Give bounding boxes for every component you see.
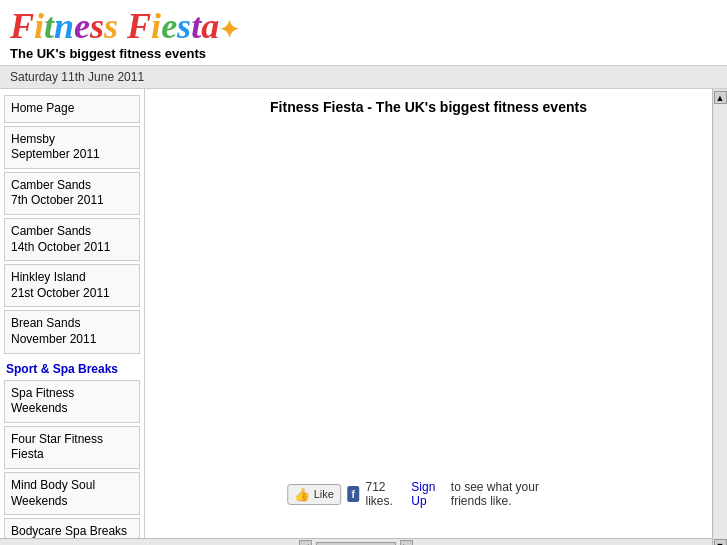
nav-item-home[interactable]: Home Page — [4, 95, 140, 123]
sport-spa-section-heading: Sport & Spa Breaks — [6, 362, 140, 376]
scroll-track-v[interactable] — [714, 104, 727, 539]
nav-item-bodycare[interactable]: Bodycare Spa Breaks — [4, 518, 140, 538]
nav-item-hemsby[interactable]: HemsbySeptember 2011 — [4, 126, 140, 169]
logo: Fitness Fiesta✦ — [10, 8, 717, 44]
facebook-like-button[interactable]: 👍 Like — [287, 484, 341, 505]
nav-item-hinkley[interactable]: Hinkley Island21st October 2011 — [4, 264, 140, 307]
nav-item-four-star[interactable]: Four Star Fitness Fiesta — [4, 426, 140, 469]
tagline: The UK's biggest fitness events — [10, 46, 717, 61]
facebook-icon: f — [347, 486, 360, 502]
sidebar: Home Page HemsbySeptember 2011 Camber Sa… — [0, 89, 145, 538]
date-text: Saturday 11th June 2011 — [10, 70, 144, 84]
content-title: Fitness Fiesta - The UK's biggest fitnes… — [160, 99, 697, 115]
horizontal-scrollbar[interactable]: ◀ ▶ — [0, 538, 712, 545]
scroll-track-h[interactable] — [316, 542, 396, 546]
vertical-scrollbar[interactable]: ▲ ▼ — [712, 89, 727, 545]
thumbs-up-icon: 👍 — [294, 487, 310, 502]
nav-item-spa-fitness[interactable]: Spa Fitness Weekends — [4, 380, 140, 423]
scroll-down-button[interactable]: ▼ — [714, 539, 727, 545]
scroll-right-button[interactable]: ▶ — [400, 540, 413, 545]
facebook-bar: 👍 Like f 712 likes. Sign Up to see what … — [287, 480, 571, 508]
nav-item-camber-sands-2[interactable]: Camber Sands14th October 2011 — [4, 218, 140, 261]
header: Fitness Fiesta✦ The UK's biggest fitness… — [0, 0, 727, 66]
scroll-up-button[interactable]: ▲ — [714, 91, 727, 104]
like-label: Like — [314, 488, 334, 500]
nav-item-brean-sands[interactable]: Brean SandsNovember 2011 — [4, 310, 140, 353]
scroll-controls: ◀ ▶ — [299, 540, 413, 545]
content-area: Fitness Fiesta - The UK's biggest fitnes… — [145, 89, 712, 538]
nav-item-mind-body[interactable]: Mind Body SoulWeekends — [4, 472, 140, 515]
main-layout: Home Page HemsbySeptember 2011 Camber Sa… — [0, 89, 712, 538]
outer-wrapper: Home Page HemsbySeptember 2011 Camber Sa… — [0, 89, 727, 545]
inner-wrapper: Home Page HemsbySeptember 2011 Camber Sa… — [0, 89, 712, 545]
nav-item-camber-sands-1[interactable]: Camber Sands7th October 2011 — [4, 172, 140, 215]
fb-suffix: to see what your friends like. — [451, 480, 570, 508]
likes-count: 712 likes. — [366, 480, 406, 508]
signup-link[interactable]: Sign Up — [411, 480, 445, 508]
scroll-left-button[interactable]: ◀ — [299, 540, 312, 545]
date-bar: Saturday 11th June 2011 — [0, 66, 727, 89]
